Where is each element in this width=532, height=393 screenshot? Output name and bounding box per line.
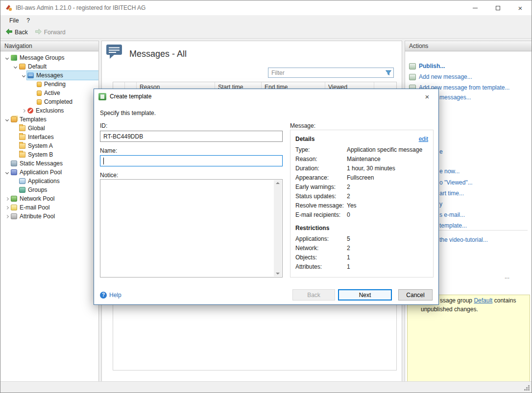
expander-open-icon[interactable] [12,66,19,68]
maximize-button[interactable] [486,0,509,15]
action-fragment-art-time[interactable]: art time... [439,190,464,197]
app-window: IBI-aws Admin 1.21.0 - registered for IB… [0,0,532,393]
action-fragment-messages[interactable]: messages... [439,94,471,101]
dialog-cancel-button[interactable]: Cancel [398,289,433,301]
template-icon [98,93,106,100]
minimize-button[interactable] [464,0,486,15]
tree-item-global[interactable]: Global [0,124,98,133]
textarea-scrollbar[interactable] [274,180,282,277]
dialog-next-button[interactable]: Next [338,289,392,301]
tree-item-network-pool[interactable]: Network Pool [0,194,98,203]
expander-open-icon[interactable] [20,74,27,77]
restriction-applications: Applications:5 [295,234,428,243]
menu-file[interactable]: File [5,16,23,25]
name-input[interactable] [100,155,283,166]
tree-item-label: Global [28,125,45,132]
tree-item-pending[interactable]: Pending [0,80,98,89]
tree-item-system-a[interactable]: System A [0,141,98,150]
action-fragment-e-now[interactable]: e now... [439,168,459,175]
folder-icon [19,152,25,158]
action-fragment-o-viewed[interactable]: o "Viewed"... [439,179,473,186]
expander-open-icon[interactable] [3,57,10,59]
tree-item-system-b[interactable]: System B [0,150,98,159]
tree-item-exclusions[interactable]: Exclusions [0,106,98,115]
tree-item-label: Network Pool [20,195,54,202]
action-fragment-blank[interactable]: ... [505,273,509,280]
action-fragment-y[interactable]: y [439,201,442,208]
tree-item-templates[interactable]: Templates [0,115,98,124]
page-title: Messages - All [129,49,187,59]
applications-icon [19,178,25,184]
dialog-back-button[interactable]: Back [292,289,335,301]
default-group-link[interactable]: Default [474,297,492,304]
resize-grip[interactable] [524,385,530,391]
navigation-header: Navigation [0,41,98,51]
maximize-icon [496,6,500,10]
network-pool-icon [11,196,17,202]
tree-item-default[interactable]: Default [0,62,98,71]
filter-funnel-icon[interactable] [386,70,391,76]
dialog-close-button[interactable]: × [416,89,438,104]
tree-item-attribute-pool[interactable]: Attribute Pool [0,212,98,221]
completed-icon [37,99,42,105]
expander-open-icon[interactable] [3,171,10,174]
action-icon [409,63,416,69]
close-button[interactable]: × [509,0,532,15]
tree-item-completed[interactable]: Completed [0,97,98,106]
tree-item-message-groups[interactable]: Message Groups [0,53,98,62]
tree-item-interfaces[interactable]: Interfaces [0,133,98,141]
app-icon [5,4,13,12]
name-label: Name: [100,147,117,154]
message-groups-icon [11,55,17,61]
detail-status-updates: Status updates:2 [295,191,428,201]
expander-closed-icon[interactable] [3,207,10,209]
tree-item-label: System A [28,142,53,149]
detail-reason: Reason:Maintenance [295,154,428,163]
action-fragment-the-video-tutorial[interactable]: the video-tutorial... [439,236,488,243]
back-arrow-icon [5,28,13,37]
notice-label: Notice: [100,172,118,179]
detail-resolve-message: Resolve message:Yes [295,201,428,210]
messages-bubble-icon [106,44,124,61]
tree-item-static-messages[interactable]: Static Messages [0,159,98,168]
notice-textarea[interactable] [100,179,283,277]
tree-item-messages[interactable]: Messages [0,71,98,80]
tree-item-groups[interactable]: Groups [0,185,98,194]
forward-arrow-icon [35,28,42,37]
attribute-pool-icon [11,213,17,219]
application-pool-icon [11,169,17,175]
tree-item-applications[interactable]: Applications [0,177,98,185]
window-title: IBI-aws Admin 1.21.0 - registered for IB… [16,4,145,11]
close-icon: × [518,4,523,12]
dialog-title: Create template [110,93,151,100]
filter-input[interactable]: Filter [268,68,394,78]
active-icon [37,91,42,96]
group-icon [19,64,25,69]
action-fragment-template[interactable]: template... [439,222,467,229]
tree-item-label: Completed [44,98,73,105]
expander-closed-icon[interactable] [3,215,10,218]
expander-open-icon[interactable] [3,118,10,121]
action-publish[interactable]: Publish... [409,63,445,69]
dialog-body: Specify this template. ID: RT-BC449DDB N… [94,104,438,305]
back-button[interactable]: Back [3,27,33,38]
tree-item-active[interactable]: Active [0,89,98,97]
help-link[interactable]: Help [100,292,121,299]
tree-item-e-mail-pool[interactable]: E-mail Pool [0,203,98,212]
id-input[interactable]: RT-BC449DDB [100,131,283,142]
action-fragment-s-e-mail[interactable]: s e-mail... [439,211,465,218]
forward-button[interactable]: Forward [33,27,71,38]
scroll-down-icon[interactable] [276,273,280,275]
tree-item-application-pool[interactable]: Application Pool [0,168,98,177]
menu-help[interactable]: ? [23,16,34,25]
tree-item-label: Interfaces [28,134,54,140]
expander-closed-icon[interactable] [3,198,10,200]
scroll-up-icon[interactable] [276,182,280,184]
title-bar: IBI-aws Admin 1.21.0 - registered for IB… [0,0,532,15]
expander-closed-icon[interactable] [20,110,27,112]
action-fragment-e[interactable]: e [439,148,443,155]
pending-icon [37,82,42,87]
dialog-title-bar: Create template × [94,89,438,104]
edit-link[interactable]: edit [419,136,428,142]
action-add-new-message[interactable]: Add new message... [409,73,472,80]
